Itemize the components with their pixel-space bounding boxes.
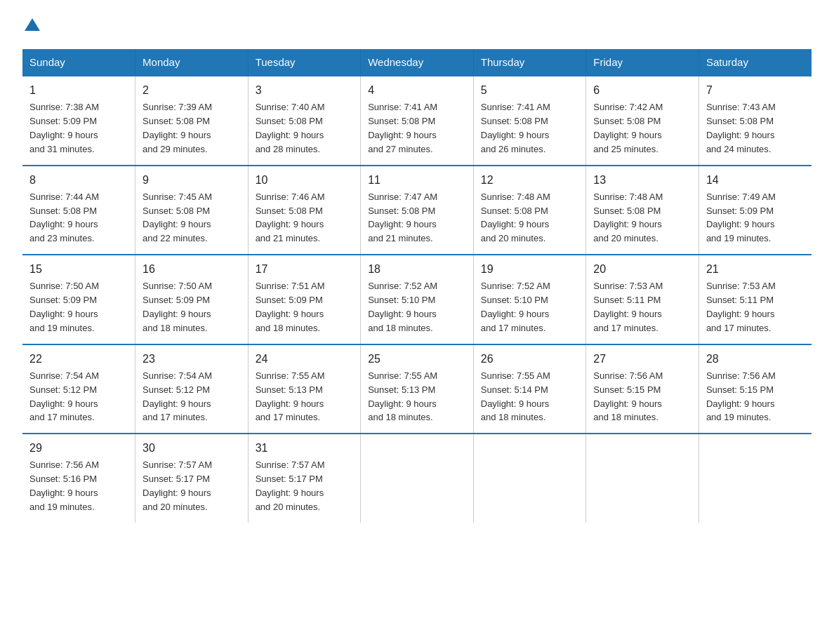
day-info: Sunrise: 7:52 AMSunset: 5:10 PMDaylight:…: [368, 281, 437, 333]
day-info: Sunrise: 7:47 AMSunset: 5:08 PMDaylight:…: [368, 192, 437, 244]
day-number: 24: [256, 351, 354, 367]
calendar-cell: [699, 434, 812, 523]
day-number: 23: [143, 351, 241, 367]
svg-marker-0: [25, 18, 40, 31]
day-number: 30: [143, 440, 241, 456]
day-info: Sunrise: 7:48 AMSunset: 5:08 PMDaylight:…: [593, 192, 663, 244]
calendar-cell: 21 Sunrise: 7:53 AMSunset: 5:11 PMDaylig…: [699, 255, 812, 344]
day-info: Sunrise: 7:41 AMSunset: 5:08 PMDaylight:…: [368, 102, 437, 154]
day-info: Sunrise: 7:55 AMSunset: 5:14 PMDaylight:…: [481, 370, 550, 423]
day-info: Sunrise: 7:56 AMSunset: 5:15 PMDaylight:…: [593, 370, 663, 423]
calendar-cell: 13 Sunrise: 7:48 AMSunset: 5:08 PMDaylig…: [586, 166, 699, 255]
calendar-cell: 14 Sunrise: 7:49 AMSunset: 5:09 PMDaylig…: [699, 166, 812, 255]
calendar-cell: 8 Sunrise: 7:44 AMSunset: 5:08 PMDayligh…: [22, 166, 135, 255]
day-info: Sunrise: 7:55 AMSunset: 5:13 PMDaylight:…: [368, 370, 437, 423]
calendar-cell: 24 Sunrise: 7:55 AMSunset: 5:13 PMDaylig…: [248, 344, 361, 434]
day-info: Sunrise: 7:53 AMSunset: 5:11 PMDaylight:…: [593, 281, 663, 333]
calendar-week-row: 1 Sunrise: 7:38 AMSunset: 5:09 PMDayligh…: [22, 76, 812, 166]
day-number: 26: [481, 351, 579, 367]
calendar-cell: 31 Sunrise: 7:57 AMSunset: 5:17 PMDaylig…: [248, 434, 361, 523]
day-number: 2: [143, 82, 241, 98]
calendar-cell: 20 Sunrise: 7:53 AMSunset: 5:11 PMDaylig…: [586, 255, 699, 344]
calendar-cell: [473, 434, 586, 523]
day-number: 22: [29, 351, 128, 367]
calendar-cell: 4 Sunrise: 7:41 AMSunset: 5:08 PMDayligh…: [361, 76, 474, 166]
calendar-week-row: 8 Sunrise: 7:44 AMSunset: 5:08 PMDayligh…: [22, 166, 812, 255]
day-number: 6: [593, 82, 691, 98]
day-info: Sunrise: 7:55 AMSunset: 5:13 PMDaylight:…: [256, 370, 325, 423]
day-number: 1: [29, 82, 128, 98]
day-number: 15: [29, 261, 128, 277]
calendar-header-wednesday: Wednesday: [361, 49, 474, 76]
day-number: 20: [593, 261, 691, 277]
day-number: 10: [256, 172, 354, 188]
day-number: 11: [368, 172, 466, 188]
day-info: Sunrise: 7:53 AMSunset: 5:11 PMDaylight:…: [706, 281, 776, 333]
day-number: 13: [593, 172, 691, 188]
calendar-cell: 5 Sunrise: 7:41 AMSunset: 5:08 PMDayligh…: [473, 76, 586, 166]
calendar-cell: [361, 434, 474, 523]
day-number: 7: [706, 82, 805, 98]
day-number: 18: [368, 261, 466, 277]
day-info: Sunrise: 7:50 AMSunset: 5:09 PMDaylight:…: [143, 281, 212, 333]
day-number: 29: [29, 440, 128, 456]
day-info: Sunrise: 7:45 AMSunset: 5:08 PMDaylight:…: [143, 192, 212, 244]
calendar-cell: 26 Sunrise: 7:55 AMSunset: 5:14 PMDaylig…: [473, 344, 586, 434]
day-info: Sunrise: 7:42 AMSunset: 5:08 PMDaylight:…: [593, 102, 663, 154]
day-info: Sunrise: 7:43 AMSunset: 5:08 PMDaylight:…: [706, 102, 776, 154]
calendar-cell: 25 Sunrise: 7:55 AMSunset: 5:13 PMDaylig…: [361, 344, 474, 434]
calendar-header-thursday: Thursday: [473, 49, 586, 76]
logo: [22, 17, 40, 35]
calendar-week-row: 15 Sunrise: 7:50 AMSunset: 5:09 PMDaylig…: [22, 255, 812, 344]
day-info: Sunrise: 7:57 AMSunset: 5:17 PMDaylight:…: [143, 459, 212, 512]
day-info: Sunrise: 7:54 AMSunset: 5:12 PMDaylight:…: [29, 370, 99, 423]
calendar-cell: 15 Sunrise: 7:50 AMSunset: 5:09 PMDaylig…: [22, 255, 135, 344]
day-number: 4: [368, 82, 466, 98]
calendar-header-friday: Friday: [586, 49, 699, 76]
calendar-header-tuesday: Tuesday: [248, 49, 361, 76]
day-info: Sunrise: 7:41 AMSunset: 5:08 PMDaylight:…: [481, 102, 550, 154]
day-info: Sunrise: 7:49 AMSunset: 5:09 PMDaylight:…: [706, 192, 776, 244]
logo-triangle-icon: [25, 17, 40, 32]
calendar-header-saturday: Saturday: [699, 49, 812, 76]
calendar-cell: 18 Sunrise: 7:52 AMSunset: 5:10 PMDaylig…: [361, 255, 474, 344]
day-info: Sunrise: 7:44 AMSunset: 5:08 PMDaylight:…: [29, 192, 99, 244]
page-header: [22, 17, 812, 35]
day-info: Sunrise: 7:38 AMSunset: 5:09 PMDaylight:…: [29, 102, 99, 154]
calendar-cell: [586, 434, 699, 523]
calendar-header-monday: Monday: [135, 49, 249, 76]
calendar-cell: 16 Sunrise: 7:50 AMSunset: 5:09 PMDaylig…: [135, 255, 249, 344]
day-info: Sunrise: 7:48 AMSunset: 5:08 PMDaylight:…: [481, 192, 550, 244]
day-number: 28: [706, 351, 805, 367]
day-info: Sunrise: 7:50 AMSunset: 5:09 PMDaylight:…: [29, 281, 99, 333]
day-number: 5: [481, 82, 579, 98]
calendar-cell: 29 Sunrise: 7:56 AMSunset: 5:16 PMDaylig…: [22, 434, 135, 523]
day-number: 19: [481, 261, 579, 277]
calendar-cell: 27 Sunrise: 7:56 AMSunset: 5:15 PMDaylig…: [586, 344, 699, 434]
calendar-cell: 22 Sunrise: 7:54 AMSunset: 5:12 PMDaylig…: [22, 344, 135, 434]
day-number: 9: [143, 172, 241, 188]
calendar-week-row: 22 Sunrise: 7:54 AMSunset: 5:12 PMDaylig…: [22, 344, 812, 434]
calendar-cell: 11 Sunrise: 7:47 AMSunset: 5:08 PMDaylig…: [361, 166, 474, 255]
calendar-cell: 28 Sunrise: 7:56 AMSunset: 5:15 PMDaylig…: [699, 344, 812, 434]
day-number: 12: [481, 172, 579, 188]
calendar-cell: 17 Sunrise: 7:51 AMSunset: 5:09 PMDaylig…: [248, 255, 361, 344]
day-info: Sunrise: 7:54 AMSunset: 5:12 PMDaylight:…: [143, 370, 212, 423]
day-info: Sunrise: 7:56 AMSunset: 5:16 PMDaylight:…: [29, 459, 99, 512]
calendar-cell: 3 Sunrise: 7:40 AMSunset: 5:08 PMDayligh…: [248, 76, 361, 166]
calendar-cell: 30 Sunrise: 7:57 AMSunset: 5:17 PMDaylig…: [135, 434, 249, 523]
calendar-cell: 2 Sunrise: 7:39 AMSunset: 5:08 PMDayligh…: [135, 76, 249, 166]
day-info: Sunrise: 7:39 AMSunset: 5:08 PMDaylight:…: [143, 102, 212, 154]
calendar-header-sunday: Sunday: [22, 49, 135, 76]
calendar-table: SundayMondayTuesdayWednesdayThursdayFrid…: [22, 49, 812, 523]
day-number: 8: [29, 172, 128, 188]
day-info: Sunrise: 7:57 AMSunset: 5:17 PMDaylight:…: [256, 459, 325, 512]
day-number: 21: [706, 261, 805, 277]
calendar-cell: 1 Sunrise: 7:38 AMSunset: 5:09 PMDayligh…: [22, 76, 135, 166]
day-number: 16: [143, 261, 241, 277]
day-info: Sunrise: 7:52 AMSunset: 5:10 PMDaylight:…: [481, 281, 550, 333]
day-info: Sunrise: 7:51 AMSunset: 5:09 PMDaylight:…: [256, 281, 325, 333]
day-number: 14: [706, 172, 805, 188]
calendar-cell: 6 Sunrise: 7:42 AMSunset: 5:08 PMDayligh…: [586, 76, 699, 166]
calendar-header-row: SundayMondayTuesdayWednesdayThursdayFrid…: [22, 49, 812, 76]
